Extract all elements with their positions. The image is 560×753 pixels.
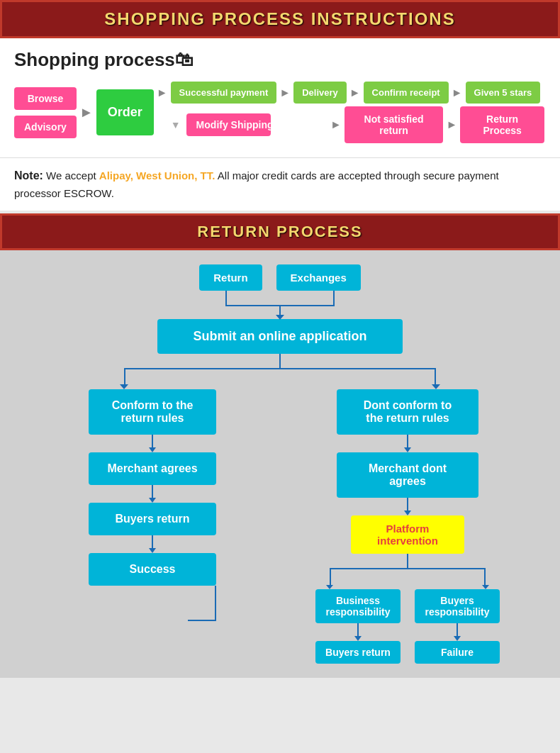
delivery-box: Delivery	[293, 82, 347, 104]
return-process-box: Return Process	[460, 106, 544, 143]
conform-rules-box: Conform to the return rules	[89, 389, 216, 435]
note-section: Note: We accept Alipay, West Union, TT. …	[0, 157, 560, 211]
bag-icon: 🛍	[175, 49, 194, 70]
sub-left-branch: Business responsibility Buyers return	[315, 589, 401, 664]
submit-split-connector	[67, 354, 493, 389]
va-line4	[407, 435, 408, 447]
va-line1	[152, 435, 153, 447]
va7	[454, 623, 461, 641]
submit-application-box: Submit an online application	[157, 319, 402, 354]
success-box: Success	[89, 553, 216, 586]
shopping-flow-diagram: Browse Advisory ► Order ► Successful pay…	[14, 82, 546, 143]
successful-payment-box: Successful payment	[171, 82, 277, 104]
merchant-dont-agrees-box: Merchant dont agrees	[337, 452, 478, 498]
loop-connector	[89, 586, 216, 621]
return-process-diagram: Return Exchanges Submit an online applic…	[14, 264, 546, 664]
flow-left-col: Browse Advisory	[14, 87, 77, 138]
arrow-return-process: ►	[446, 118, 457, 131]
va-head6	[354, 636, 362, 641]
browse-box: Browse	[14, 87, 77, 110]
bottom-path: ▼ Modify Shipping ► Not satisfied return…	[171, 106, 544, 143]
buyers-responsibility-box: Buyers responsibility	[415, 589, 500, 623]
note-highlight: Alipay, West Union, TT.	[99, 169, 215, 182]
va-head3	[149, 548, 156, 553]
arrow-not-satisfied: ►	[330, 118, 342, 131]
arrow-top: ►	[157, 87, 168, 99]
loop-right-line	[215, 586, 216, 621]
va3	[149, 535, 156, 553]
platform-split-connector	[308, 554, 507, 589]
va-line3	[152, 535, 153, 548]
buyers-return-right-box: Buyers return	[315, 641, 401, 664]
va-line6	[357, 623, 359, 636]
return-exchanges-row: Return Exchanges	[199, 264, 361, 291]
return-process-header: RETURN PROCESS	[0, 213, 560, 250]
return-diagram-section: Return Exchanges Submit an online applic…	[0, 250, 560, 678]
va-head4	[404, 447, 411, 452]
va-head1	[149, 447, 156, 452]
two-branches: Conform to the return rules Merchant agr…	[32, 389, 528, 664]
va5	[404, 498, 411, 515]
shopping-section: Shopping process🛍 Browse Advisory ► Orde…	[0, 38, 560, 157]
va-line5	[407, 498, 408, 511]
given-5-stars-box: Given 5 stars	[466, 82, 541, 104]
arrow-delivery: ►	[279, 87, 291, 99]
note-text-before: We accept	[46, 169, 99, 182]
merchant-agrees-box: Merchant agrees	[89, 452, 216, 485]
va-head7	[454, 636, 461, 641]
va-line2	[152, 485, 153, 498]
sub-right-branch: Buyers responsibility Failure	[415, 589, 500, 664]
va2	[149, 485, 156, 503]
va6	[354, 623, 362, 641]
main-title: SHOPPING PROCESS INSTRUCTIONS	[9, 9, 551, 29]
va4	[404, 435, 411, 452]
va1	[149, 435, 156, 452]
exchanges-box: Exchanges	[276, 264, 361, 291]
va-head5	[404, 511, 411, 515]
flow-right-branches: ► Successful payment ► Delivery ► Confir…	[157, 82, 544, 143]
shopping-title-text: Shopping process	[14, 49, 175, 70]
modify-shipping-box: Modify Shipping	[186, 113, 271, 136]
right-branch: Dont conform to the return rules Merchan…	[287, 389, 528, 664]
va-line7	[457, 623, 458, 636]
shopping-title: Shopping process🛍	[14, 49, 546, 71]
advisory-box: Advisory	[14, 116, 77, 138]
failure-box: Failure	[415, 641, 500, 664]
left-branch: Conform to the return rules Merchant agr…	[32, 389, 273, 664]
top-path: ► Successful payment ► Delivery ► Confir…	[157, 82, 544, 104]
loop-bottom-line	[188, 620, 216, 621]
arrow-stars: ►	[452, 87, 463, 99]
arrow-to-order: ►	[79, 104, 94, 121]
branch-connector-top	[174, 291, 386, 319]
not-satisfied-return-box: Not satisfied return	[345, 106, 444, 143]
platform-intervention-box: Platform intervention	[351, 515, 464, 554]
arrow-confirm: ►	[349, 87, 361, 99]
business-responsibility-box: Business responsibility	[315, 589, 401, 623]
confirm-receipt-box: Confirm receipt	[364, 82, 449, 104]
arrow-down-modify: ▼	[171, 119, 181, 130]
order-box: Order	[96, 89, 154, 135]
note-label: Note:	[14, 169, 43, 182]
return-title: RETURN PROCESS	[9, 223, 551, 241]
dont-conform-rules-box: Dont conform to the return rules	[337, 389, 478, 435]
va-head2	[149, 498, 156, 503]
main-header: SHOPPING PROCESS INSTRUCTIONS	[0, 0, 560, 38]
sub-branches-row: Business responsibility Buyers return Bu…	[315, 589, 500, 664]
buyers-return-left-box: Buyers return	[89, 503, 216, 535]
return-box: Return	[199, 264, 262, 291]
